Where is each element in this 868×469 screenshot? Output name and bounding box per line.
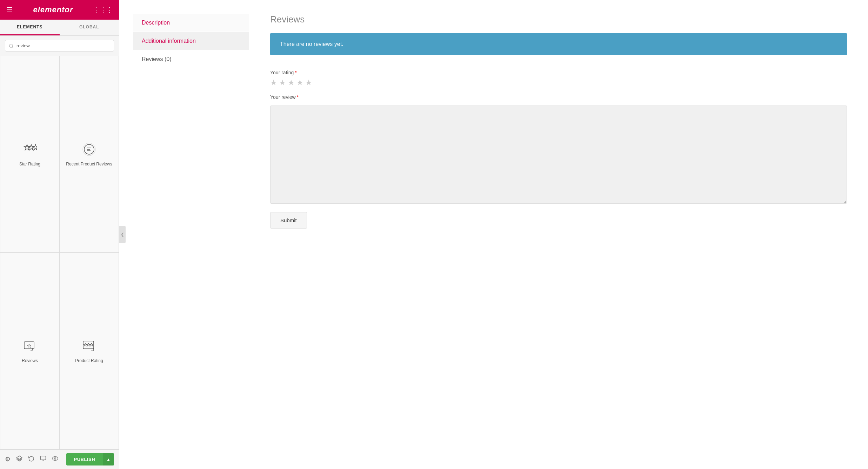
tab-reviews[interactable]: Reviews (0) (133, 50, 249, 68)
history-icon[interactable] (28, 455, 34, 463)
svg-marker-2 (33, 144, 37, 150)
svg-rect-5 (24, 342, 34, 349)
recent-reviews-label: Recent Product Reviews (66, 162, 112, 166)
review-label: Your review* (270, 94, 847, 100)
elementor-logo: elementor (33, 5, 73, 14)
star-3[interactable]: ★ (288, 78, 295, 87)
widget-grid: Star Rating Recent Product Reviews (0, 56, 119, 449)
sidebar-tabs: ELEMENTS GLOBAL (0, 20, 119, 36)
product-rating-icon (82, 339, 96, 355)
star-rating-input[interactable]: ★ ★ ★ ★ ★ (270, 78, 847, 87)
settings-icon[interactable]: ⚙ (5, 455, 11, 463)
submit-button[interactable]: Submit (270, 212, 307, 229)
eye-icon[interactable] (52, 455, 58, 463)
rating-label: Your rating* (270, 70, 847, 75)
star-5[interactable]: ★ (305, 78, 312, 87)
widget-reviews[interactable]: Reviews (0, 253, 59, 449)
review-textarea[interactable] (270, 106, 847, 204)
collapse-handle[interactable]: ❮ (119, 226, 126, 243)
review-form: Your rating* ★ ★ ★ ★ ★ Your review* Subm… (270, 66, 847, 232)
reviews-icon (23, 339, 37, 355)
star-4[interactable]: ★ (296, 78, 303, 87)
reviews-title: Reviews (270, 14, 847, 25)
svg-rect-9 (83, 341, 94, 349)
sidebar: ☰ elementor ⋮⋮⋮ ELEMENTS GLOBAL Star Rat… (0, 0, 119, 469)
reviews-label: Reviews (22, 358, 38, 363)
main-content: Description Additional information Revie… (119, 0, 868, 469)
tab-description[interactable]: Description (133, 14, 249, 32)
star-rating-icon (23, 142, 37, 158)
svg-marker-11 (87, 343, 90, 346)
search-input[interactable] (5, 40, 114, 52)
tab-elements[interactable]: ELEMENTS (0, 20, 60, 35)
layers-icon[interactable] (16, 455, 22, 463)
tab-additional-information[interactable]: Additional information (133, 32, 249, 50)
product-rating-label: Product Rating (75, 358, 103, 363)
publish-dropdown-button[interactable]: ▲ (103, 453, 114, 465)
hamburger-icon[interactable]: ☰ (6, 6, 13, 14)
svg-point-19 (54, 458, 56, 460)
widget-star-rating[interactable]: Star Rating (0, 56, 59, 252)
reviews-panel: Reviews There are no reviews yet. Your r… (249, 0, 868, 469)
svg-rect-16 (41, 456, 46, 460)
search-box (0, 36, 119, 56)
star-1[interactable]: ★ (270, 78, 277, 87)
widget-product-rating[interactable]: Product Rating (60, 253, 119, 449)
no-reviews-banner: There are no reviews yet. (270, 33, 847, 55)
rating-required-star: * (295, 70, 296, 75)
grid-icon[interactable]: ⋮⋮⋮ (94, 6, 113, 14)
svg-marker-10 (84, 343, 87, 346)
review-required-star: * (297, 94, 299, 100)
sidebar-header: ☰ elementor ⋮⋮⋮ (0, 0, 119, 20)
star-2[interactable]: ★ (279, 78, 286, 87)
product-tabs-panel: Description Additional information Revie… (119, 0, 249, 469)
responsive-icon[interactable] (40, 455, 46, 463)
svg-marker-6 (27, 344, 31, 348)
recent-reviews-icon (82, 142, 96, 158)
tab-global[interactable]: GLOBAL (60, 20, 119, 35)
svg-marker-12 (90, 343, 93, 346)
publish-area: PUBLISH ▲ (66, 453, 114, 465)
bottom-bar: ⚙ PUBLISH ▲ (0, 449, 119, 469)
widget-recent-product-reviews[interactable]: Recent Product Reviews (60, 56, 119, 252)
star-rating-label: Star Rating (19, 162, 40, 166)
publish-button[interactable]: PUBLISH (66, 453, 103, 465)
bottom-icons: ⚙ (5, 455, 58, 463)
